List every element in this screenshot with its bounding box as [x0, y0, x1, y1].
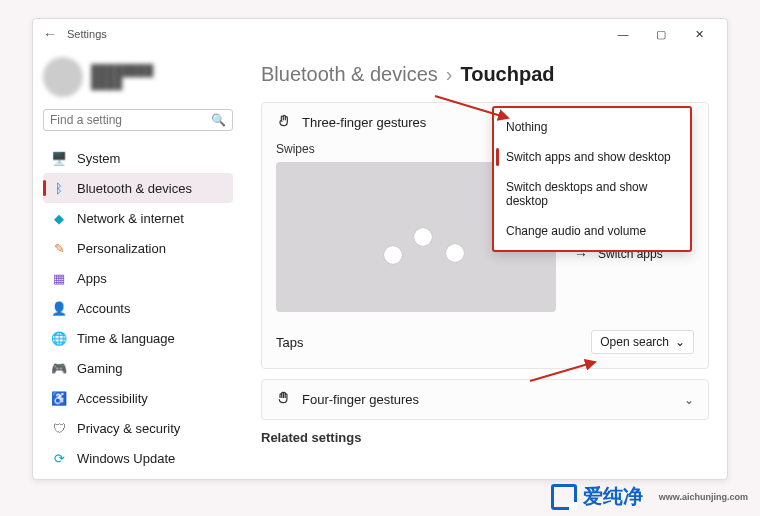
- breadcrumb-parent[interactable]: Bluetooth & devices: [261, 63, 438, 86]
- dropdown-option[interactable]: Nothing: [494, 112, 690, 142]
- search-input[interactable]: [50, 113, 211, 127]
- titlebar: ← Settings — ▢ ✕: [33, 19, 727, 49]
- wifi-icon: ◆: [51, 210, 67, 226]
- sidebar-item-label: Accounts: [77, 301, 130, 316]
- sidebar-item-label: Gaming: [77, 361, 123, 376]
- sidebar-item-label: Network & internet: [77, 211, 184, 226]
- account-block[interactable]: ████████████: [43, 57, 233, 97]
- four-finger-title: Four-finger gestures: [302, 392, 419, 407]
- dropdown-option[interactable]: Switch desktops and show desktop: [494, 172, 690, 216]
- shield-icon: 🛡: [51, 420, 67, 436]
- hand-four-icon: [276, 390, 292, 409]
- sidebar: ████████████ 🔍 🖥️SystemᛒBluetooth & devi…: [33, 49, 243, 479]
- finger-dot: [384, 246, 402, 264]
- close-button[interactable]: ✕: [681, 21, 717, 47]
- sidebar-item-system[interactable]: 🖥️System: [43, 143, 233, 173]
- minimize-button[interactable]: —: [605, 21, 641, 47]
- sidebar-item-time-language[interactable]: 🌐Time & language: [43, 323, 233, 353]
- sidebar-item-accessibility[interactable]: ♿Accessibility: [43, 383, 233, 413]
- person-icon: 👤: [51, 300, 67, 316]
- search-icon: 🔍: [211, 113, 226, 127]
- update-icon: ⟳: [51, 450, 67, 466]
- dropdown-option[interactable]: Switch apps and show desktop: [494, 142, 690, 172]
- four-finger-card[interactable]: Four-finger gestures ⌄: [261, 379, 709, 420]
- sidebar-item-network-internet[interactable]: ◆Network & internet: [43, 203, 233, 233]
- chevron-down-icon: ⌄: [675, 335, 685, 349]
- bluetooth-icon: ᛒ: [51, 180, 67, 196]
- sidebar-item-bluetooth-devices[interactable]: ᛒBluetooth & devices: [43, 173, 233, 203]
- three-finger-title: Three-finger gestures: [302, 115, 426, 130]
- sidebar-item-label: Personalization: [77, 241, 166, 256]
- account-label: ████████████: [91, 64, 211, 90]
- monitor-icon: 🖥️: [51, 150, 67, 166]
- sidebar-item-label: Bluetooth & devices: [77, 181, 192, 196]
- back-button[interactable]: ←: [43, 26, 57, 42]
- dropdown-option[interactable]: Change audio and volume: [494, 216, 690, 246]
- breadcrumb-sep: ›: [446, 63, 453, 86]
- brush-icon: ✎: [51, 240, 67, 256]
- sidebar-item-windows-update[interactable]: ⟳Windows Update: [43, 443, 233, 473]
- watermark: 爱纯净 www.aichunjing.com: [551, 483, 748, 510]
- swipes-dropdown[interactable]: NothingSwitch apps and show desktopSwitc…: [492, 106, 692, 252]
- sidebar-item-gaming[interactable]: 🎮Gaming: [43, 353, 233, 383]
- sidebar-item-personalization[interactable]: ✎Personalization: [43, 233, 233, 263]
- finger-dot: [414, 228, 432, 246]
- watermark-text: 爱纯净: [583, 483, 643, 510]
- sidebar-item-label: Accessibility: [77, 391, 148, 406]
- sidebar-item-privacy-security[interactable]: 🛡Privacy & security: [43, 413, 233, 443]
- window-title: Settings: [67, 28, 107, 40]
- maximize-button[interactable]: ▢: [643, 21, 679, 47]
- sidebar-item-label: Time & language: [77, 331, 175, 346]
- sidebar-item-label: System: [77, 151, 120, 166]
- sidebar-item-label: Apps: [77, 271, 107, 286]
- search-box[interactable]: 🔍: [43, 109, 233, 131]
- game-icon: 🎮: [51, 360, 67, 376]
- sidebar-item-label: Privacy & security: [77, 421, 180, 436]
- related-settings-heading: Related settings: [261, 430, 709, 445]
- taps-label: Taps: [276, 335, 303, 350]
- grid-icon: ▦: [51, 270, 67, 286]
- breadcrumb: Bluetooth & devices › Touchpad: [261, 63, 709, 86]
- access-icon: ♿: [51, 390, 67, 406]
- hand-three-icon: [276, 113, 292, 132]
- breadcrumb-current: Touchpad: [460, 63, 554, 86]
- sidebar-item-apps[interactable]: ▦Apps: [43, 263, 233, 293]
- nav-list: 🖥️SystemᛒBluetooth & devices◆Network & i…: [43, 143, 233, 473]
- watermark-icon: [551, 484, 577, 510]
- chevron-down-icon: ⌄: [684, 393, 694, 407]
- sidebar-item-label: Windows Update: [77, 451, 175, 466]
- finger-dot: [446, 244, 464, 262]
- avatar: [43, 57, 83, 97]
- sidebar-item-accounts[interactable]: 👤Accounts: [43, 293, 233, 323]
- taps-select[interactable]: Open search ⌄: [591, 330, 694, 354]
- watermark-domain: www.aichunjing.com: [659, 492, 748, 502]
- taps-value: Open search: [600, 335, 669, 349]
- globe-icon: 🌐: [51, 330, 67, 346]
